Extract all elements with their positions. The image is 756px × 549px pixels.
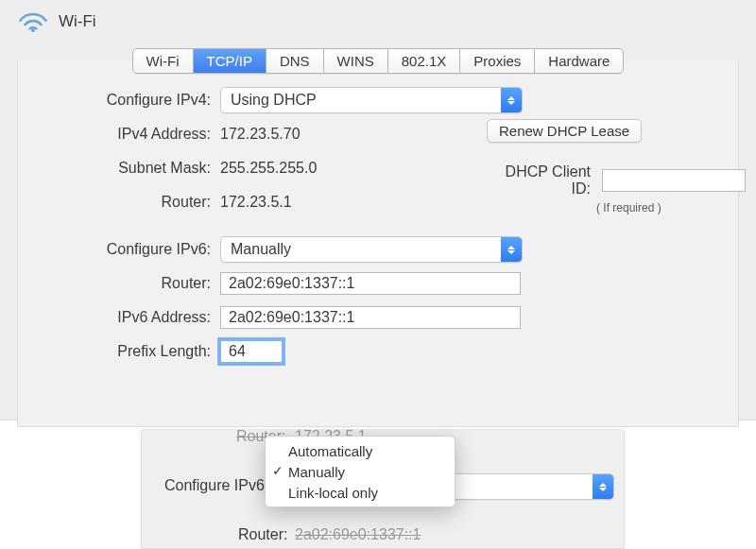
svg-point-0 xyxy=(31,28,35,32)
wifi-icon xyxy=(17,8,49,35)
select-configure-ipv6[interactable]: Manually xyxy=(220,236,523,263)
value-ipv4-address: 172.23.5.70 xyxy=(220,126,532,143)
label-configure-ipv6-snippet: Configure IPv6: xyxy=(164,477,268,494)
label-configure-ipv4: Configure IPv4: xyxy=(43,92,213,109)
stepper-icon xyxy=(501,237,522,262)
label-ipv4-router: Router: xyxy=(43,194,213,211)
configure-ipv6-menu: Automatically Manually Link-local only xyxy=(265,436,455,507)
input-ipv6-address[interactable] xyxy=(220,306,521,329)
tab-wins[interactable]: WINS xyxy=(324,49,388,73)
label-if-required: ( If required ) xyxy=(596,201,713,214)
value-ipv4-router: 172.23.5.1 xyxy=(220,194,532,211)
stepper-icon xyxy=(501,88,522,112)
select-configure-ipv4-value: Using DHCP xyxy=(221,92,501,109)
tab-tcpip[interactable]: TCP/IP xyxy=(194,49,266,73)
network-tcpip-panel: Wi-Fi Wi-Fi TCP/IP DNS WINS 802.1X Proxi… xyxy=(0,0,756,420)
menu-item-manually[interactable]: Manually xyxy=(266,461,455,482)
input-dhcp-client-id[interactable] xyxy=(602,169,746,192)
input-prefix-length[interactable] xyxy=(220,340,283,363)
tab-bar: Wi-Fi TCP/IP DNS WINS 802.1X Proxies Har… xyxy=(0,48,756,74)
label-ipv6-router: Router: xyxy=(43,275,213,292)
menu-item-automatically[interactable]: Automatically xyxy=(266,440,455,461)
tab-wifi[interactable]: Wi-Fi xyxy=(133,49,194,73)
value-router-cut-bottom: 2a02:69e0:1337::1 xyxy=(295,526,421,543)
label-subnet-mask: Subnet Mask: xyxy=(43,160,213,177)
panel-header: Wi-Fi xyxy=(0,8,756,35)
label-prefix-length: Prefix Length: xyxy=(43,343,213,360)
tab-dns[interactable]: DNS xyxy=(266,49,324,73)
label-ipv4-address: IPv4 Address: xyxy=(43,126,213,143)
label-dhcp-client-id: DHCP Client ID: xyxy=(487,163,593,197)
stepper-icon xyxy=(593,474,613,499)
tab-hardware[interactable]: Hardware xyxy=(535,49,623,73)
renew-dhcp-lease-button[interactable]: Renew DHCP Lease xyxy=(487,119,642,143)
tab-proxies[interactable]: Proxies xyxy=(460,49,535,73)
label-configure-ipv6: Configure IPv6: xyxy=(43,241,213,258)
dhcp-block: Renew DHCP Lease DHCP Client ID: ( If re… xyxy=(487,119,713,214)
select-configure-ipv4[interactable]: Using DHCP xyxy=(220,87,523,113)
input-ipv6-router[interactable] xyxy=(220,272,521,295)
panel-title: Wi-Fi xyxy=(59,12,96,31)
select-configure-ipv6-value: Manually xyxy=(221,241,501,258)
menu-item-link-local-only[interactable]: Link-local only xyxy=(266,482,455,503)
value-subnet-mask: 255.255.255.0 xyxy=(220,160,532,177)
tab-8021x[interactable]: 802.1X xyxy=(388,49,461,73)
tcpip-form-panel: Configure IPv4: Using DHCP IPv4 Address:… xyxy=(17,60,739,427)
label-router-cut-bottom: Router: xyxy=(238,526,287,543)
configure-ipv6-dropdown-snippet: Router: 172.23.5.1 Configure IPv6: Route… xyxy=(142,430,624,548)
label-ipv6-address: IPv6 Address: xyxy=(43,309,213,326)
